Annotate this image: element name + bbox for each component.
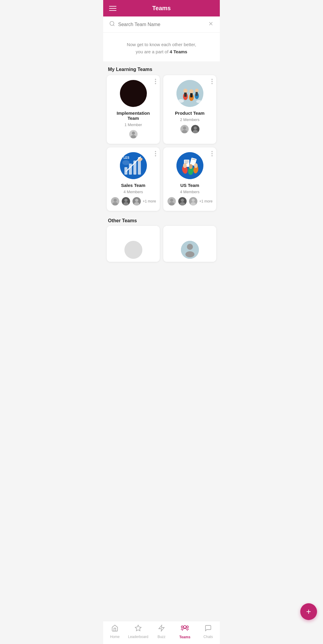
team-name-sales: Sales Team <box>121 183 145 188</box>
svg-point-58 <box>170 199 173 202</box>
buzz-icon <box>158 625 165 634</box>
other-team-card-1[interactable] <box>107 226 160 262</box>
team-members-count-implementation: 1 Member <box>124 123 142 127</box>
nav-label-home: Home <box>110 635 120 639</box>
teams-count: 4 Teams <box>170 49 187 54</box>
svg-point-23 <box>194 126 197 130</box>
svg-point-54 <box>183 163 187 168</box>
member-avatars-us: +1 more <box>167 196 212 206</box>
svg-point-55 <box>189 164 193 169</box>
nav-item-buzz[interactable]: Buzz <box>150 625 173 639</box>
team-card-product[interactable]: Product Team 2 Members <box>163 75 216 144</box>
team-name-implementation: Implementation Team <box>110 111 156 121</box>
svg-point-68 <box>185 251 194 257</box>
nav-item-teams[interactable]: Teams <box>173 624 196 639</box>
member-avatar <box>178 196 187 206</box>
team-avatar-sales: LES <box>120 152 147 179</box>
svg-point-18 <box>196 100 202 103</box>
svg-point-39 <box>124 199 128 202</box>
svg-point-21 <box>182 130 187 134</box>
member-avatar <box>129 129 138 139</box>
nav-item-chats[interactable]: Chats <box>196 625 220 639</box>
member-avatar <box>132 196 141 206</box>
svg-point-42 <box>135 199 138 202</box>
other-teams-label: Other Teams <box>103 214 220 226</box>
us-more-label: +1 more <box>199 199 212 203</box>
team-card-us[interactable]: US Team 4 Members <box>163 147 216 211</box>
svg-point-0 <box>110 22 114 25</box>
svg-point-12 <box>189 89 194 93</box>
member-avatar <box>167 196 176 206</box>
intro-line1: Now get to know each other better, <box>109 41 214 48</box>
svg-point-56 <box>194 163 198 168</box>
nav-item-leaderboard[interactable]: Leaderboard <box>127 625 150 639</box>
nav-label-leaderboard: Leaderboard <box>128 635 148 639</box>
svg-rect-16 <box>196 92 198 96</box>
sales-more-label: +1 more <box>143 199 156 203</box>
team-name-product: Product Team <box>175 111 205 116</box>
svg-point-20 <box>183 126 186 130</box>
svg-point-17 <box>178 99 184 103</box>
teams-grid: Implementation Team 1 Member <box>103 75 220 214</box>
teams-icon <box>181 624 189 634</box>
intro-line2: you are a part of 4 Teams <box>109 48 214 55</box>
home-icon <box>111 625 118 634</box>
svg-point-64 <box>192 199 195 202</box>
svg-rect-10 <box>184 93 187 97</box>
member-avatar <box>121 196 131 206</box>
nav-label-chats: Chats <box>203 635 213 639</box>
card-menu-implementation[interactable] <box>155 79 156 84</box>
svg-text:LES: LES <box>124 156 129 159</box>
svg-point-59 <box>169 202 175 206</box>
svg-point-43 <box>134 202 140 206</box>
other-teams-grid <box>103 226 220 286</box>
menu-button[interactable] <box>109 6 116 11</box>
member-avatar <box>110 196 120 206</box>
nav-label-buzz: Buzz <box>158 635 166 639</box>
svg-point-61 <box>181 199 184 202</box>
member-avatar <box>191 124 200 134</box>
card-menu-product[interactable] <box>211 79 213 84</box>
svg-marker-70 <box>159 625 164 631</box>
svg-rect-27 <box>129 164 132 175</box>
member-avatars-product <box>180 124 200 134</box>
svg-rect-13 <box>190 93 193 97</box>
team-card-sales[interactable]: LES Sales Team 4 Members <box>107 147 160 211</box>
nav-item-home[interactable]: Home <box>103 625 127 639</box>
svg-point-72 <box>186 626 188 628</box>
member-avatars-sales: +1 more <box>110 196 156 206</box>
card-menu-sales[interactable] <box>155 151 156 156</box>
svg-point-40 <box>124 202 129 206</box>
member-avatars-implementation <box>129 129 138 139</box>
team-avatar-implementation <box>120 80 147 107</box>
other-team-card-2[interactable] <box>163 226 216 262</box>
close-icon[interactable] <box>208 21 214 28</box>
svg-rect-46 <box>185 161 189 161</box>
svg-point-73 <box>181 626 183 628</box>
svg-point-15 <box>195 89 199 92</box>
team-members-count-product: 2 Members <box>180 117 199 122</box>
svg-rect-47 <box>185 162 189 162</box>
card-menu-us[interactable] <box>211 151 213 156</box>
team-avatar-product <box>176 80 203 107</box>
chats-icon <box>205 625 212 634</box>
svg-marker-69 <box>135 625 141 631</box>
svg-point-33 <box>122 160 129 165</box>
team-avatar-us <box>176 152 203 179</box>
member-avatar <box>188 196 198 206</box>
team-card-implementation[interactable]: Implementation Team 1 Member <box>107 75 160 144</box>
member-avatar <box>180 124 189 134</box>
svg-point-37 <box>113 202 118 206</box>
leaderboard-icon <box>135 625 142 634</box>
team-members-count-sales: 4 Members <box>124 190 143 194</box>
svg-line-1 <box>113 25 115 26</box>
nav-label-teams: Teams <box>179 635 190 639</box>
page-title: Teams <box>152 5 171 12</box>
svg-point-65 <box>191 202 196 206</box>
search-input[interactable] <box>118 22 205 27</box>
svg-point-62 <box>180 202 185 206</box>
search-icon <box>109 21 115 28</box>
my-learning-teams-label: My Learning Teams <box>103 61 220 75</box>
team-name-us: US Team <box>180 183 199 188</box>
svg-point-6 <box>131 135 136 139</box>
